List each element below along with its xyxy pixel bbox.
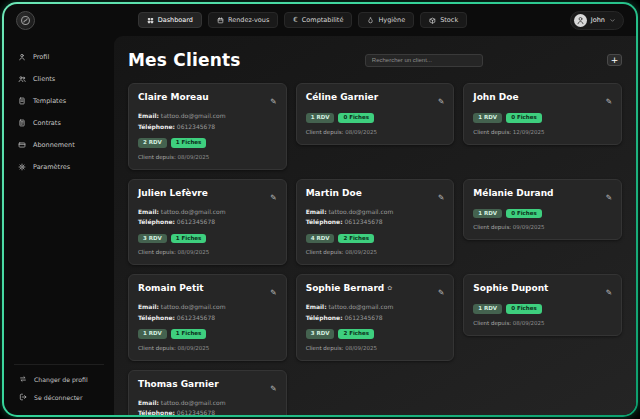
contact-info: Email: tattoo.do@gmail.com Téléphone: 06… [306, 302, 445, 323]
client-card: John Doe ✎ 1 RDV 0 Fiches Client depuis:… [463, 83, 622, 145]
fiches-badge: 0 Fiches [338, 113, 374, 123]
calendar-icon [217, 17, 224, 24]
sidebar-item-changer-de-profil[interactable]: Changer de profil [14, 371, 104, 387]
sidebar-item-contrats[interactable]: Contrats [4, 114, 114, 132]
client-phone: Téléphone: 0612345678 [138, 408, 277, 415]
user-menu[interactable]: John [570, 11, 624, 30]
pencil-icon: ✎ [606, 92, 612, 107]
sidebar-item-clients[interactable]: Clients [4, 70, 114, 88]
client-email: Email: tattoo.do@gmail.com [138, 111, 277, 122]
fiches-badge: 0 Fiches [506, 304, 542, 314]
client-name: Romain Petit [138, 283, 204, 294]
pencil-icon: ✎ [606, 283, 612, 298]
contact-info: Email: tattoo.do@gmail.com Téléphone: 06… [138, 111, 277, 132]
nav-item-label: Stock [440, 16, 458, 24]
sidebar-item-label: Contrats [33, 119, 61, 127]
nav-item-rendez-vous[interactable]: Rendez-vous [208, 12, 278, 28]
card-header: Mélanie Durand ✎ [473, 188, 612, 203]
edit-client-button[interactable]: ✎ [438, 188, 444, 203]
sidebar-item-templates[interactable]: Templates [4, 92, 114, 110]
sidebar-item-se-deconnecter[interactable]: Se déconnecter [14, 389, 104, 405]
edit-client-button[interactable]: ✎ [606, 92, 612, 107]
rdv-badge: 3 RDV [306, 329, 335, 339]
add-client-button[interactable]: + [607, 54, 622, 66]
app-frame: DashboardRendez-vous€ComptabilitéHygiène… [2, 2, 638, 417]
sidebar-item-parametres[interactable]: Paramètres [4, 158, 114, 176]
app-logo [16, 11, 35, 30]
fiches-badge: 0 Fiches [506, 113, 542, 123]
body-row: ProfilClientsTemplatesContratsAbonnement… [4, 36, 636, 415]
client-card: Sophie Bernard ✿ ✎ Email: tattoo.do@gmai… [296, 274, 455, 361]
client-card: Martin Doe ✎ Email: tattoo.do@gmail.com … [296, 179, 455, 266]
contact-info: Email: tattoo.do@gmail.com Téléphone: 06… [138, 398, 277, 416]
nav-item-dashboard[interactable]: Dashboard [138, 12, 202, 28]
sidebar-nav: ProfilClientsTemplatesContratsAbonnement… [4, 48, 114, 180]
edit-client-button[interactable]: ✎ [270, 92, 276, 107]
client-email: Email: tattoo.do@gmail.com [138, 398, 277, 409]
sidebar-footer: Changer de profilSe déconnecter [14, 364, 104, 405]
client-name: Sophie Bernard ✿ [306, 283, 393, 294]
client-email: Email: tattoo.do@gmail.com [138, 302, 277, 313]
euro-icon: € [293, 17, 297, 24]
avatar [574, 14, 587, 27]
fiches-badge: 1 Fiches [171, 329, 207, 339]
nav-item-label: Rendez-vous [228, 16, 269, 24]
badges: 1 RDV 0 Fiches [473, 304, 612, 314]
client-email: Email: tattoo.do@gmail.com [306, 207, 445, 218]
clients-grid: Claire Moreau ✎ Email: tattoo.do@gmail.c… [128, 83, 622, 415]
client-card: Thomas Garnier ✎ Email: tattoo.do@gmail.… [128, 370, 287, 416]
sidebar-item-label: Profil [33, 53, 49, 61]
client-name: John Doe [473, 92, 518, 103]
edit-client-button[interactable]: ✎ [606, 188, 612, 203]
sidebar-item-abonnement[interactable]: Abonnement [4, 136, 114, 154]
pencil-icon: ✎ [438, 92, 444, 107]
badges: 1 RDV 1 Fiches [138, 329, 277, 339]
template-icon [18, 97, 26, 105]
nav-item-hygiene[interactable]: Hygiène [358, 12, 414, 28]
grid-icon [147, 17, 154, 24]
client-name: Martin Doe [306, 188, 362, 199]
page-title: Mes Clients [128, 50, 241, 70]
rdv-badge: 1 RDV [473, 304, 502, 314]
gear-icon [18, 163, 26, 171]
chevron-down-icon [609, 17, 616, 24]
rdv-badge: 2 RDV [138, 138, 167, 148]
user-name: John [591, 16, 605, 24]
badges: 3 RDV 2 Fiches [306, 329, 445, 339]
contact-info: Email: tattoo.do@gmail.com Téléphone: 06… [138, 302, 277, 323]
client-phone: Téléphone: 0612345678 [138, 313, 277, 324]
rdv-badge: 3 RDV [138, 234, 167, 244]
edit-client-button[interactable]: ✎ [438, 92, 444, 107]
nav-item-label: Hygiène [378, 16, 405, 24]
pencil-icon: ✎ [270, 92, 276, 107]
client-since: Client depuis: 08/09/2025 [138, 249, 277, 255]
edit-client-button[interactable]: ✎ [270, 379, 276, 394]
edit-client-button[interactable]: ✎ [438, 283, 444, 298]
client-since: Client depuis: 09/09/2025 [473, 224, 612, 230]
main-content: Mes Clients + Claire Moreau ✎ Email: tat… [114, 36, 636, 415]
edit-client-button[interactable]: ✎ [606, 283, 612, 298]
contact-info: Email: tattoo.do@gmail.com Téléphone: 06… [138, 207, 277, 228]
rdv-badge: 1 RDV [138, 329, 167, 339]
search-input[interactable] [365, 54, 483, 67]
swap-icon [19, 375, 27, 383]
users-icon [18, 75, 26, 83]
client-since: Client depuis: 08/09/2025 [473, 320, 612, 326]
contract-icon [18, 119, 26, 127]
nav-item-comptabilite[interactable]: €Comptabilité [284, 12, 352, 28]
edit-client-button[interactable]: ✎ [270, 283, 276, 298]
client-since: Client depuis: 08/09/2025 [306, 129, 445, 135]
card-icon [18, 141, 26, 149]
sidebar-item-profil[interactable]: Profil [4, 48, 114, 66]
logout-icon [19, 393, 27, 401]
edit-client-button[interactable]: ✎ [270, 188, 276, 203]
rdv-badge: 1 RDV [473, 209, 502, 219]
badges: 3 RDV 1 Fiches [138, 234, 277, 244]
sidebar: ProfilClientsTemplatesContratsAbonnement… [4, 36, 114, 415]
nav-item-stock[interactable]: Stock [420, 12, 467, 28]
card-header: Thomas Garnier ✎ [138, 379, 277, 394]
pencil-icon: ✎ [270, 283, 276, 298]
client-card: Mélanie Durand ✎ 1 RDV 0 Fiches Client d… [463, 179, 622, 241]
card-header: Julien Lefèvre ✎ [138, 188, 277, 203]
fiches-badge: 2 Fiches [338, 329, 374, 339]
